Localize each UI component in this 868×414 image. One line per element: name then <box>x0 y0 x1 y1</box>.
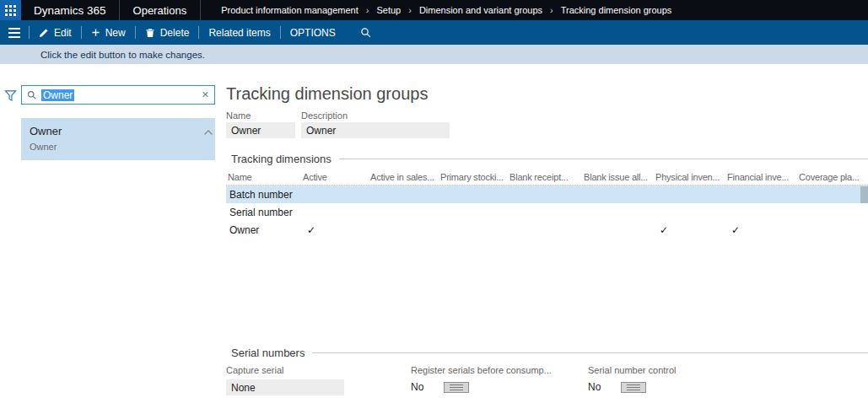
filter-pane <box>0 64 21 414</box>
serial-number-control-toggle[interactable] <box>621 382 646 393</box>
related-items-button[interactable]: Related items <box>199 20 279 45</box>
register-serials-group: Register serials before consump... No <box>411 365 552 393</box>
capture-serial-select[interactable]: None <box>226 379 344 395</box>
options-button[interactable]: OPTIONS <box>281 20 345 45</box>
register-serials-value: No <box>411 381 423 393</box>
record-list-panel: Owner ✕ Owner Owner <box>21 64 215 414</box>
header-fields: Name Owner Description Owner <box>226 110 868 138</box>
tracking-dimensions-grid: Name Active Active in sales... Primary s… <box>226 169 868 332</box>
register-serials-toggle[interactable] <box>444 382 469 393</box>
chevron-right-icon: › <box>366 5 369 15</box>
grid-column-header[interactable]: Primary stocki... <box>439 172 508 182</box>
delete-label: Delete <box>160 27 190 39</box>
serial-number-control-label: Serial number control <box>588 365 677 375</box>
breadcrumb-item-groups[interactable]: Dimension and variant groups <box>419 5 542 15</box>
grid-column-header[interactable]: Blank receipt... <box>508 172 582 182</box>
cell-active-checkmark: ✓ <box>301 224 369 236</box>
top-navigation-bar: Dynamics 365 Operations Product informat… <box>0 0 868 20</box>
serial-numbers-section: Capture serial None Register serials bef… <box>226 365 868 414</box>
message-bar: Click the edit button to make changes. <box>0 45 868 64</box>
options-label: OPTIONS <box>290 27 336 39</box>
tracking-dimensions-section-header: Tracking dimensions <box>226 152 868 166</box>
area-title[interactable]: Operations <box>120 0 201 20</box>
chevron-right-icon: › <box>550 5 553 15</box>
trash-icon <box>145 28 155 38</box>
grid-column-header[interactable]: Active in sales... <box>369 172 439 182</box>
cell-physical-inventory-checkmark: ✓ <box>654 224 725 236</box>
search-icon <box>27 90 37 100</box>
grid-column-header[interactable]: Blank issue all... <box>582 172 654 182</box>
serial-number-control-group: Serial number control No <box>588 365 677 393</box>
capture-serial-group: Capture serial None <box>226 365 344 395</box>
list-search-input[interactable]: Owner ✕ <box>21 85 215 105</box>
serial-numbers-section-header: Serial numbers <box>226 346 868 360</box>
page-title: Tracking dimension groups <box>226 84 868 104</box>
hamburger-icon <box>8 28 20 38</box>
toggle-grip-icon <box>627 384 640 390</box>
delete-button[interactable]: Delete <box>136 20 199 45</box>
grid-column-header[interactable]: Financial inve... <box>725 172 797 182</box>
cell-name: Serial number <box>226 207 301 218</box>
waffle-icon <box>5 5 16 16</box>
cell-name: Batch number <box>226 189 301 201</box>
command-bar: Edit New Delete Related items OPTIONS <box>0 20 868 45</box>
grid-header-row: Name Active Active in sales... Primary s… <box>226 169 868 185</box>
new-button[interactable]: New <box>82 20 135 45</box>
section-rule <box>339 159 868 159</box>
record-list-item-owner[interactable]: Owner Owner <box>21 118 215 160</box>
tracking-dimensions-section-title: Tracking dimensions <box>226 153 332 165</box>
chevron-up-icon[interactable] <box>203 129 213 136</box>
breadcrumb-item-setup[interactable]: Setup <box>376 5 401 15</box>
grid-scrollbar-thumb[interactable] <box>860 186 868 203</box>
grid-column-header[interactable]: Physical inven... <box>654 172 725 182</box>
name-input[interactable]: Owner <box>226 122 295 138</box>
grid-empty-space <box>226 239 868 332</box>
cell-financial-inventory-checkmark: ✓ <box>725 224 797 236</box>
chevron-right-icon: › <box>408 5 412 15</box>
grid-column-header[interactable]: Active <box>301 172 369 182</box>
name-label: Name <box>226 110 295 121</box>
search-icon <box>360 27 372 39</box>
content-area: Tracking dimension groups Name Owner Des… <box>215 64 868 414</box>
related-items-label: Related items <box>208 27 270 39</box>
command-search-button[interactable] <box>348 20 384 45</box>
toggle-grip-icon <box>450 384 463 390</box>
edit-label: Edit <box>54 27 72 39</box>
grid-row-serial-number[interactable]: Serial number <box>226 203 868 221</box>
plus-icon <box>91 28 100 37</box>
filter-icon[interactable] <box>4 89 17 102</box>
name-field: Name Owner <box>226 110 295 138</box>
description-input[interactable]: Owner <box>301 122 450 138</box>
breadcrumb-item-module[interactable]: Product information management <box>221 5 359 15</box>
hamburger-menu-button[interactable] <box>0 20 29 45</box>
description-field: Description Owner <box>301 110 450 138</box>
message-text: Click the edit button to make changes. <box>40 50 205 60</box>
grid-column-header[interactable]: Coverage pla... <box>797 172 868 182</box>
register-serials-label: Register serials before consump... <box>411 365 552 375</box>
app-launcher-button[interactable] <box>0 0 21 20</box>
grid-row-owner[interactable]: Owner ✓ ✓ ✓ <box>226 221 868 239</box>
edit-pencil-icon <box>39 28 49 38</box>
grid-column-header[interactable]: Name <box>226 172 301 182</box>
grid-row-batch-number[interactable]: Batch number <box>226 185 868 203</box>
capture-serial-label: Capture serial <box>226 365 344 375</box>
edit-button[interactable]: Edit <box>30 20 81 45</box>
record-title: Owner <box>30 125 207 137</box>
clear-search-icon[interactable]: ✕ <box>202 90 209 99</box>
section-rule <box>312 352 868 353</box>
description-label: Description <box>301 110 450 121</box>
serial-number-control-value: No <box>588 381 601 393</box>
brand-title[interactable]: Dynamics 365 <box>21 0 119 20</box>
record-subtitle: Owner <box>30 142 207 152</box>
topbar-divider <box>200 0 201 20</box>
serial-numbers-section-title: Serial numbers <box>226 347 305 359</box>
breadcrumb: Product information management › Setup ›… <box>221 0 671 20</box>
cell-name: Owner <box>226 224 301 236</box>
new-label: New <box>105 27 126 39</box>
breadcrumb-item-page[interactable]: Tracking dimension groups <box>561 5 672 15</box>
search-text-selected: Owner <box>41 89 74 101</box>
